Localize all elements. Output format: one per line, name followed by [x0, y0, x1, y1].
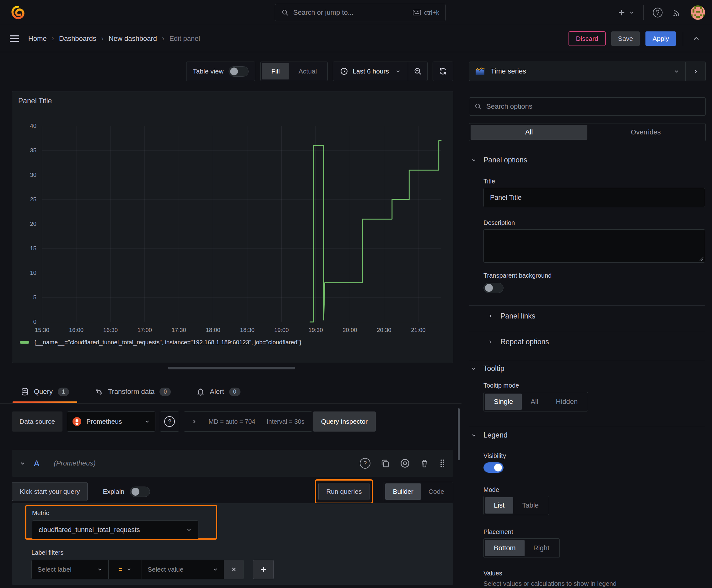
vertical-scrollbar[interactable] — [458, 408, 460, 460]
code-option[interactable]: Code — [421, 483, 452, 500]
legend-visibility-toggle[interactable] — [483, 462, 503, 473]
datasource-picker[interactable]: Prometheus — [67, 412, 155, 432]
kick-start-query-button[interactable]: Kick start your query — [12, 482, 88, 501]
tab-all[interactable]: All — [471, 125, 587, 140]
actions-divider — [683, 32, 683, 45]
remove-filter-button[interactable] — [224, 560, 244, 579]
query-row-actions: ? — [360, 458, 446, 469]
builder-option[interactable]: Builder — [385, 483, 421, 500]
explain-toggle[interactable] — [130, 486, 150, 497]
plus-icon — [260, 566, 267, 573]
breadcrumb-new-dashboard[interactable]: New dashboard — [109, 35, 157, 43]
datasource-value: Prometheus — [86, 418, 122, 425]
fill-actual-switch: Fill Actual — [260, 62, 328, 81]
delete-query-trash-icon[interactable] — [420, 459, 429, 468]
tooltip-hidden-option[interactable]: Hidden — [547, 394, 587, 410]
options-search-input[interactable] — [486, 102, 700, 110]
panel-resize-handle[interactable] — [168, 367, 295, 370]
breadcrumb-chevron-icon: › — [102, 35, 104, 43]
news-rss-icon[interactable] — [672, 7, 682, 18]
refresh-button[interactable] — [433, 62, 453, 81]
section-divider — [469, 426, 705, 426]
select-label-dropdown[interactable]: Select label — [31, 560, 109, 579]
description-textarea[interactable] — [483, 229, 705, 262]
metric-select[interactable]: cloudflared_tunnel_total_requests — [32, 521, 198, 539]
svg-text:21:00: 21:00 — [411, 327, 425, 333]
tab-alert[interactable]: Alert 0 — [188, 380, 248, 403]
add-menu-button[interactable] — [618, 8, 634, 17]
tab-transform-data[interactable]: Transform data 0 — [87, 380, 179, 403]
divider — [469, 332, 705, 332]
tab-alert-label: Alert — [210, 387, 224, 396]
collapse-query-chevron-icon[interactable] — [19, 460, 26, 466]
query-help-icon[interactable]: ? — [360, 458, 370, 469]
select-label-placeholder: Select label — [37, 566, 71, 573]
metric-label: Metric — [32, 509, 49, 517]
legend-list-option[interactable]: List — [485, 497, 513, 513]
query-ref-id[interactable]: A — [34, 459, 39, 468]
query-toolbar-row: Kick start your query Explain Run querie… — [12, 482, 453, 501]
svg-text:15:30: 15:30 — [35, 327, 49, 333]
resize-handle-icon[interactable] — [698, 256, 704, 261]
tab-overrides[interactable]: Overrides — [587, 125, 704, 140]
run-queries-button[interactable]: Run queries — [318, 483, 369, 500]
repeat-options-section[interactable]: Repeat options — [488, 335, 549, 349]
grafana-logo-icon[interactable] — [10, 5, 25, 20]
tab-query[interactable]: Query 1 — [13, 380, 77, 403]
save-button[interactable]: Save — [611, 31, 640, 46]
hide-query-eye-icon[interactable] — [400, 458, 410, 468]
chevron-right-icon — [488, 339, 493, 344]
global-search-input[interactable]: Search or jump to... ctrl+k — [275, 4, 446, 21]
viz-suggestions-button[interactable] — [685, 62, 706, 81]
panel-options-section-header[interactable]: Panel options — [471, 156, 527, 164]
avatar[interactable] — [691, 5, 705, 20]
duplicate-query-icon[interactable] — [381, 459, 390, 468]
breadcrumb-home[interactable]: Home — [28, 35, 47, 43]
drag-query-grip-icon[interactable] — [439, 459, 446, 468]
database-icon — [21, 387, 29, 396]
breadcrumb-dashboards[interactable]: Dashboards — [59, 35, 96, 43]
series-legend-label[interactable]: {__name__="cloudflared_tunnel_total_requ… — [34, 339, 301, 346]
select-value-dropdown[interactable]: Select value — [142, 560, 224, 579]
options-search-box — [469, 97, 706, 115]
panel-title-input[interactable] — [483, 188, 705, 207]
actual-option[interactable]: Actual — [289, 63, 326, 80]
tooltip-section-header[interactable]: Tooltip — [471, 364, 504, 373]
panel-links-section[interactable]: Panel links — [488, 309, 535, 323]
chevron-up-icon[interactable] — [690, 35, 703, 42]
svg-text:16:30: 16:30 — [103, 327, 118, 333]
menu-hamburger-icon[interactable] — [9, 35, 19, 43]
table-view-toggle[interactable] — [229, 66, 249, 77]
legend-section-header[interactable]: Legend — [471, 431, 508, 439]
transparent-background-toggle[interactable] — [483, 283, 503, 293]
add-filter-button[interactable] — [253, 560, 274, 579]
chevron-down-icon — [471, 366, 477, 372]
time-range-picker[interactable]: Last 6 hours — [333, 62, 408, 81]
legend-right-option[interactable]: Right — [524, 540, 558, 556]
help-icon[interactable] — [652, 7, 663, 18]
tooltip-all-option[interactable]: All — [522, 394, 547, 410]
tooltip-single-option[interactable]: Single — [485, 394, 522, 410]
time-series-chart[interactable]: 051015202530354015:3016:0016:3017:0017:3… — [12, 91, 453, 363]
series-color-swatch[interactable] — [20, 341, 29, 344]
chevron-down-icon — [471, 158, 477, 163]
select-value-placeholder: Select value — [148, 566, 184, 573]
zoom-out-button[interactable] — [408, 62, 427, 81]
panel-options-heading: Panel options — [483, 156, 527, 164]
apply-button[interactable]: Apply — [645, 31, 676, 46]
query-inspector-button[interactable]: Query inspector — [313, 412, 376, 432]
legend-table-option[interactable]: Table — [513, 497, 547, 513]
legend-bottom-option[interactable]: Bottom — [485, 540, 524, 556]
search-icon — [281, 9, 289, 16]
query-datasource-hint: (Prometheus) — [54, 459, 95, 467]
visualization-select[interactable]: Time series — [469, 62, 685, 81]
metric-highlight-box: Metric cloudflared_tunnel_total_requests — [25, 505, 217, 540]
topbar-divider — [643, 5, 644, 20]
fill-option[interactable]: Fill — [262, 63, 289, 80]
query-options-collapsed[interactable]: MD = auto = 704 Interval = 30s — [184, 412, 312, 432]
refresh-icon — [438, 67, 447, 76]
datasource-help-button[interactable]: ? — [160, 412, 179, 432]
discard-button[interactable]: Discard — [568, 31, 605, 46]
chevron-down-icon — [673, 68, 679, 75]
operator-dropdown[interactable]: = — [109, 560, 142, 579]
